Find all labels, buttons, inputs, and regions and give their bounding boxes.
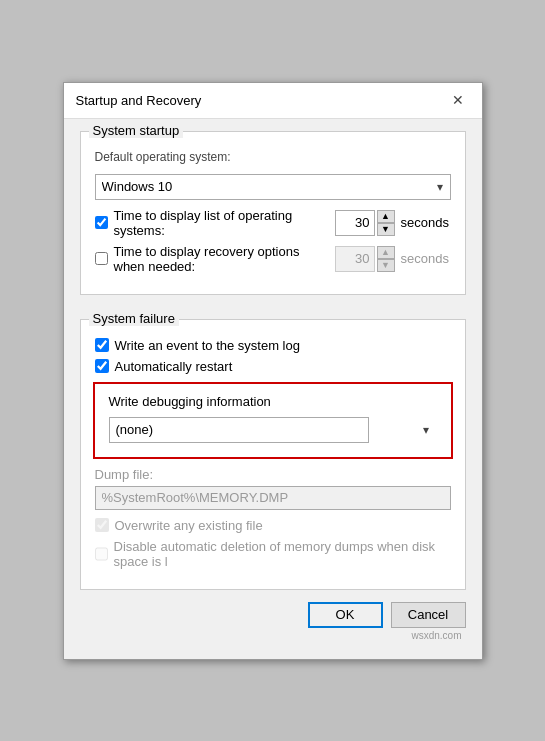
system-failure-section: System failure Write an event to the sys…	[80, 319, 466, 590]
system-startup-label: System startup	[89, 123, 184, 138]
time-display-os-label[interactable]: Time to display list of operating system…	[114, 208, 329, 238]
write-debugging-section: Write debugging information (none) Small…	[93, 382, 453, 459]
time-recovery-suffix: seconds	[401, 251, 451, 266]
system-failure-label: System failure	[89, 311, 179, 326]
time-display-os-spinner: ▲ ▼	[335, 210, 395, 236]
write-event-label[interactable]: Write an event to the system log	[115, 338, 300, 353]
watermark: wsxdn.com	[80, 628, 466, 643]
time-display-os-down-button[interactable]: ▼	[377, 223, 395, 236]
debugging-dropdown[interactable]: (none) Small memory dump (256 KB) Kernel…	[109, 417, 369, 443]
time-recovery-down-button: ▼	[377, 259, 395, 272]
time-recovery-label[interactable]: Time to display recovery options when ne…	[114, 244, 329, 274]
button-row: OK Cancel	[80, 602, 466, 628]
time-display-os-up-button[interactable]: ▲	[377, 210, 395, 223]
debugging-select-wrapper: (none) Small memory dump (256 KB) Kernel…	[109, 417, 437, 443]
write-event-checkbox[interactable]	[95, 338, 109, 352]
time-recovery-up-button: ▲	[377, 246, 395, 259]
disable-auto-checkbox	[95, 547, 108, 561]
time-display-os-row: Time to display list of operating system…	[95, 208, 451, 238]
disable-auto-row: Disable automatic deletion of memory dum…	[95, 539, 451, 569]
time-display-os-suffix: seconds	[401, 215, 451, 230]
dialog-title: Startup and Recovery	[76, 93, 202, 108]
dump-file-row: Dump file:	[95, 467, 451, 510]
system-startup-section: System startup Default operating system:…	[80, 131, 466, 295]
default-os-label: Default operating system:	[95, 150, 451, 164]
default-os-select-wrapper: Windows 10	[95, 174, 451, 200]
time-recovery-input	[335, 246, 375, 272]
write-event-row: Write an event to the system log Automat…	[95, 338, 451, 374]
time-display-os-input[interactable]	[335, 210, 375, 236]
write-event-checkbox-row: Write an event to the system log	[95, 338, 451, 353]
auto-restart-checkbox[interactable]	[95, 359, 109, 373]
time-recovery-spinner-buttons: ▲ ▼	[377, 246, 395, 272]
write-debugging-label: Write debugging information	[109, 394, 437, 409]
ok-button[interactable]: OK	[308, 602, 383, 628]
dump-file-input	[95, 486, 451, 510]
auto-restart-label[interactable]: Automatically restart	[115, 359, 233, 374]
dump-file-label: Dump file:	[95, 467, 451, 482]
disable-auto-label: Disable automatic deletion of memory dum…	[114, 539, 451, 569]
time-recovery-spinner: ▲ ▼	[335, 246, 395, 272]
time-recovery-row: Time to display recovery options when ne…	[95, 244, 451, 274]
auto-restart-checkbox-row: Automatically restart	[95, 359, 451, 374]
title-bar: Startup and Recovery ✕	[64, 83, 482, 119]
time-recovery-checkbox[interactable]	[95, 252, 108, 265]
overwrite-label: Overwrite any existing file	[115, 518, 263, 533]
close-button[interactable]: ✕	[446, 88, 470, 112]
time-display-os-checkbox[interactable]	[95, 216, 108, 229]
default-os-row: Default operating system: Windows 10	[95, 150, 451, 200]
default-os-select[interactable]: Windows 10	[95, 174, 451, 200]
startup-recovery-dialog: Startup and Recovery ✕ System startup De…	[63, 82, 483, 660]
overwrite-row: Overwrite any existing file	[95, 518, 451, 533]
cancel-button[interactable]: Cancel	[391, 602, 466, 628]
overwrite-checkbox	[95, 518, 109, 532]
time-display-os-spinner-buttons: ▲ ▼	[377, 210, 395, 236]
dialog-content: System startup Default operating system:…	[64, 119, 482, 659]
